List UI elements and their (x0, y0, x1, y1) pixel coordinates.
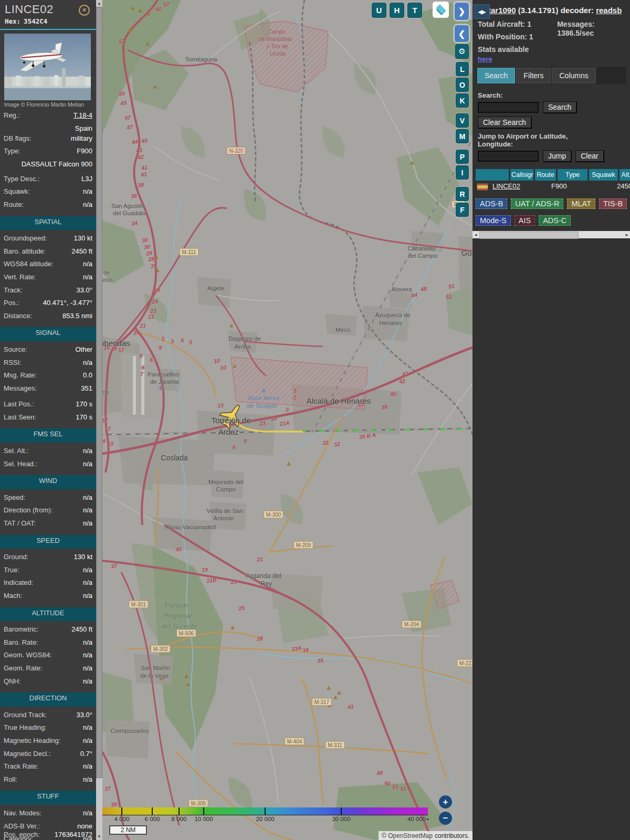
map-shortcut-button[interactable]: M (456, 129, 469, 143)
scroll-down-icon[interactable]: ▼ (96, 833, 102, 840)
panel-tab[interactable]: Filters (516, 68, 551, 83)
road-shield: M-222 (457, 659, 472, 667)
map-mode-button[interactable]: H (390, 3, 404, 18)
map-place-label: Guad (461, 248, 472, 257)
jump-input[interactable] (478, 151, 539, 162)
table-header-cell[interactable]: Alt. (ft) (620, 169, 630, 181)
sidebar-data-row: Magnetic Heading: n/a (0, 736, 96, 749)
map-place-label: elas (102, 277, 112, 283)
cell-callsign[interactable]: LINCE02 (491, 181, 524, 192)
map-shortcut-button[interactable]: L (456, 62, 469, 76)
source-type-badge[interactable]: UAT / ADS-R (511, 198, 563, 209)
sidebar-data-row: Sel. Alt.: n/a (0, 446, 96, 459)
peak-icon (146, 12, 151, 16)
map-shortcut-button[interactable]: R (456, 187, 469, 201)
jump-label: Jump to Airport or Latitude, Longitude: (478, 132, 598, 148)
table-row[interactable]: LINCE02 F900 2450 (476, 181, 630, 192)
data-value: 170 s (76, 412, 92, 425)
junction-number: 33 (357, 401, 364, 408)
source-type-badge[interactable]: ADS-C (539, 215, 571, 226)
gear-icon[interactable]: ⚙ (455, 44, 469, 59)
data-label: WGS84 altitude: (4, 259, 54, 272)
junction-number: 24 (151, 298, 158, 305)
junction-number: 21 (139, 322, 146, 329)
jump-clear-button[interactable]: Clear (575, 150, 603, 162)
table-header-cell[interactable]: Callsign (510, 169, 533, 181)
data-label: Mach: (4, 591, 22, 604)
map-mode-button[interactable]: U (372, 3, 386, 18)
scroll-left-icon[interactable]: ◂ (472, 231, 479, 238)
scroll-right-icon[interactable]: ▸ (624, 231, 630, 238)
sidebar-scrollbar[interactable]: ▲ ▼ (96, 0, 102, 840)
zoom-in-button[interactable]: + (439, 795, 452, 808)
search-button[interactable]: Search (543, 101, 576, 113)
sidebar-data-row: DIRECTION (0, 692, 96, 707)
junction-number: 19 (201, 566, 208, 573)
data-label: Sel. Alt.: (4, 446, 29, 459)
osm-link[interactable]: © OpenStreetMap (382, 832, 433, 839)
tar1090-link[interactable]: tar1090 (488, 6, 516, 15)
sidebar-data-row: Squawk: n/a (0, 186, 96, 200)
panel-expand-button[interactable]: ❯ (454, 2, 469, 20)
data-value: 351 (81, 383, 92, 396)
road-shield: M-404 (285, 738, 304, 746)
source-type-badge[interactable]: TIS-B (599, 198, 627, 209)
table-header-cell[interactable] (476, 169, 509, 181)
close-icon[interactable]: × (79, 5, 90, 16)
panel-toggle-icon[interactable]: ◀▶ (474, 4, 490, 19)
data-label: Baro. Rate: (4, 637, 38, 650)
data-value: F900 (77, 146, 92, 159)
aircraft-photo[interactable] (4, 34, 91, 100)
map-place-label: Cabanillas (407, 245, 436, 251)
readsb-link[interactable]: readsb (596, 6, 622, 15)
junction-number: 9 (243, 438, 247, 445)
scrollbar-thumb[interactable] (96, 7, 102, 778)
map-canvas[interactable]: TorrelagunaCampode Maniobrasy Tiro deUce… (102, 0, 472, 840)
sidebar-data-row: Groundspeed: 130 kt (0, 233, 96, 246)
junction-number: 20 (133, 329, 140, 336)
data-value: DASSAULT Falcon 900 (22, 159, 92, 169)
spain-flag-icon (477, 183, 488, 191)
panel-tab[interactable]: Columns (552, 68, 595, 83)
source-type-badge[interactable]: AIS (514, 215, 535, 226)
table-header-cell[interactable]: Route (535, 169, 556, 181)
sidebar-data-row: TAT / OAT: n/a (0, 518, 96, 531)
map-shortcut-button[interactable]: O (456, 78, 469, 92)
data-value: Other (75, 344, 92, 358)
stats-here-link[interactable]: here (478, 55, 492, 63)
junction-number: 34 (302, 646, 309, 654)
table-header-cell[interactable]: Type (558, 169, 587, 181)
search-input[interactable] (478, 102, 539, 113)
table-header-cell[interactable]: Squawk (589, 169, 618, 181)
map-shortcut-button[interactable]: K (456, 93, 469, 108)
map-shortcut-button[interactable]: V (456, 113, 469, 128)
hscroll-thumb[interactable] (479, 232, 579, 239)
panel-collapse-button[interactable]: ❮ (454, 25, 469, 43)
scroll-up-icon[interactable]: ▲ (96, 0, 102, 7)
sidebar-data-row: Sel. Head.: n/a (0, 459, 96, 472)
data-label: Barometric: (4, 624, 38, 637)
source-type-badge[interactable]: MLAT (567, 198, 595, 209)
junction-number: 21 (148, 313, 154, 320)
data-value: n/a (83, 459, 92, 472)
panel-tab[interactable]: Search (477, 68, 515, 83)
junction-number: 51 (392, 783, 398, 790)
source-type-badge[interactable]: ADS-B (476, 198, 507, 209)
data-label: True: (4, 565, 19, 578)
clear-search-button[interactable]: Clear Search (478, 117, 531, 128)
source-type-badge[interactable]: Mode-S (476, 215, 511, 226)
junction-number: 17 (104, 425, 111, 433)
altitude-label: 6 000 (145, 816, 160, 822)
zoom-out-button[interactable]: − (439, 812, 452, 825)
map-shortcut-button[interactable]: I (456, 165, 469, 180)
junction-number: 10 (213, 357, 220, 364)
jump-button[interactable]: Jump (543, 150, 571, 162)
junction-number: 38 (381, 403, 387, 411)
junction-number: 13 (217, 402, 224, 409)
layer-switcher-button[interactable] (433, 2, 449, 18)
map-shortcut-button[interactable]: P (456, 150, 469, 164)
map-mode-button[interactable]: T (407, 3, 422, 18)
table-horizontal-scrollbar[interactable]: ◂ ▸ (472, 231, 630, 238)
aircraft-callsign-title: LINCE02 (5, 3, 54, 16)
map-shortcut-button[interactable]: F (456, 203, 469, 217)
